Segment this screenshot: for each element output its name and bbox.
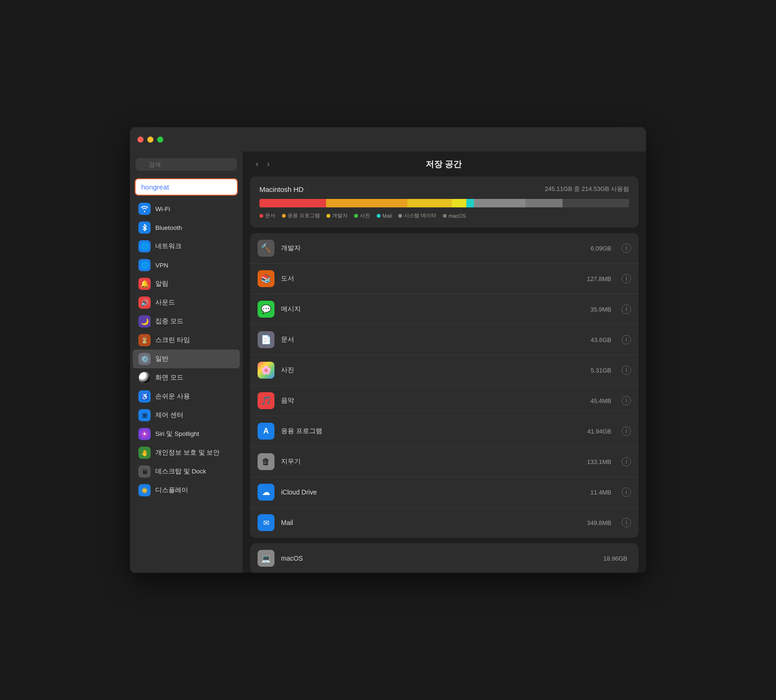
sidebar-item-wifi[interactable]: Wi-Fi — [133, 199, 240, 218]
sidebar-item-notification[interactable]: 🔔 알림 — [133, 274, 240, 293]
mail-info-button[interactable]: i — [622, 518, 631, 527]
sidebar-item-accessibility[interactable]: ♿ 손쉬운 사용 — [133, 387, 240, 406]
table-row: 🔨 개발자 6.09GB i — [250, 233, 639, 264]
wifi-icon — [138, 203, 151, 215]
sidebar-item-bluetooth[interactable]: Bluetooth — [133, 218, 240, 237]
books-icon: 📚 — [258, 270, 274, 287]
messages-name: 메시지 — [281, 305, 584, 313]
bluetooth-icon — [138, 221, 151, 234]
legend-item-doc: 문서 — [259, 212, 275, 219]
privacy-label: 개인정보 보호 및 보안 — [155, 449, 220, 457]
search-container: ⌕ — [130, 155, 243, 176]
close-button[interactable] — [137, 137, 144, 143]
legend-dot-app — [282, 214, 286, 218]
bar-macos — [525, 199, 563, 207]
macos-icon: 💻 — [258, 550, 274, 567]
apps-info-button[interactable]: i — [622, 426, 631, 436]
page-title: 저장 공간 — [276, 159, 611, 170]
notification-label: 알림 — [155, 280, 168, 288]
sidebar-item-screentime[interactable]: ⏳ 스크린 타임 — [133, 331, 240, 350]
table-row: 💻 macOS 18.96GB — [250, 543, 639, 573]
content-area: ⌕ hongreat Wi-Fi — [130, 152, 646, 573]
control-icon: ⊞ — [138, 409, 151, 421]
icloud-icon: ☁ — [258, 484, 274, 501]
drive-name: Macintosh HD — [259, 185, 304, 193]
siri-label: Siri 및 Spotlight — [155, 430, 199, 438]
sidebar-item-display-mode[interactable]: 화면 모드 — [133, 368, 240, 387]
desktop-label: 데스크탑 및 Dock — [155, 467, 206, 476]
developer-info-button[interactable]: i — [622, 243, 631, 253]
developer-icon: 🔨 — [258, 240, 274, 257]
privacy-icon: 🤚 — [138, 447, 151, 459]
accessibility-label: 손쉬운 사용 — [155, 392, 190, 401]
sidebar-item-privacy[interactable]: 🤚 개인정보 보호 및 보안 — [133, 443, 240, 462]
icloud-info-button[interactable]: i — [622, 487, 631, 497]
developer-size: 6.09GB — [591, 245, 611, 252]
focus-icon: 🌙 — [138, 315, 151, 327]
table-row: 📄 문서 43.6GB i — [250, 325, 639, 355]
books-info-button[interactable]: i — [622, 274, 631, 283]
storage-bar — [259, 199, 629, 207]
table-row: ☁ iCloud Drive 11.4MB i — [250, 477, 639, 508]
legend-label-photo: 사진 — [360, 212, 370, 219]
sidebar-item-network[interactable]: 🌐 네트워크 — [133, 237, 240, 256]
user-profile-item[interactable]: hongreat — [135, 178, 238, 196]
sound-label: 사운드 — [155, 298, 175, 307]
sidebar-item-siri[interactable]: ✦ Siri 및 Spotlight — [133, 425, 240, 443]
music-icon: 🎵 — [258, 392, 274, 409]
accessibility-icon: ♿ — [138, 390, 151, 403]
table-row: 🗑 지우기 133.1MB i — [250, 447, 639, 477]
sidebar-item-vpn[interactable]: 🌐 VPN — [133, 256, 240, 274]
main-panel: ‹ › 저장 공간 Macintosh HD 245.11GB 중 214.53… — [243, 152, 646, 573]
macos-size: 18.96GB — [603, 555, 627, 562]
documents-icon: 📄 — [258, 331, 274, 348]
sidebar-item-desktop[interactable]: 🖥 데스크탑 및 Dock — [133, 462, 240, 481]
mail-size: 349.8MB — [587, 519, 611, 526]
forward-button[interactable]: › — [265, 158, 272, 170]
icloud-size: 11.4MB — [590, 489, 611, 496]
legend-item-photo: 사진 — [354, 212, 370, 219]
sidebar-item-sound[interactable]: 🔊 사운드 — [133, 293, 240, 312]
sidebar-item-control[interactable]: ⊞ 제어 센터 — [133, 406, 240, 425]
wifi-label: Wi-Fi — [155, 205, 170, 213]
bar-app — [326, 199, 407, 207]
books-name: 도서 — [281, 274, 580, 283]
documents-size: 43.6GB — [591, 336, 611, 343]
vpn-icon: 🌐 — [138, 259, 151, 271]
legend-dot-macos — [443, 214, 447, 218]
legend-dot-sys — [398, 214, 402, 218]
capacity-info: 245.11GB 중 214.53GB 사용됨 — [545, 185, 629, 193]
sidebar-item-general[interactable]: ⚙️ 일반 — [133, 350, 240, 368]
minimize-button[interactable] — [147, 137, 153, 143]
maximize-button[interactable] — [157, 137, 163, 143]
table-row: 📚 도서 127.8MB i — [250, 264, 639, 294]
storage-legend: 문서 응용 프로그램 개발자 사진 — [259, 212, 629, 219]
documents-info-button[interactable]: i — [622, 335, 631, 344]
trash-info-button[interactable]: i — [622, 457, 631, 466]
table-row: 💬 메시지 35.9MB i — [250, 294, 639, 325]
bar-mail — [466, 199, 474, 207]
legend-dot-doc — [259, 214, 263, 218]
search-input[interactable] — [136, 158, 237, 171]
back-button[interactable]: ‹ — [254, 158, 260, 170]
legend-label-app: 응용 프로그램 — [288, 212, 320, 219]
legend-label-dev: 개발자 — [332, 212, 348, 219]
sidebar-item-display[interactable]: ☀️ 디스플레이 — [133, 481, 240, 500]
display-label: 디스플레이 — [155, 486, 188, 495]
search-wrapper: ⌕ — [136, 158, 237, 171]
network-icon: 🌐 — [138, 240, 151, 252]
legend-item-mail: Mail — [377, 212, 392, 219]
control-label: 제어 센터 — [155, 411, 183, 419]
apps-name: 응용 프로그램 — [281, 427, 581, 435]
mail-name: Mail — [281, 519, 580, 526]
photos-info-button[interactable]: i — [622, 365, 631, 375]
legend-dot-dev — [327, 214, 330, 218]
legend-label-sys: 시스템 데이터 — [404, 212, 436, 219]
music-size: 45.4MB — [590, 397, 611, 404]
messages-info-button[interactable]: i — [622, 304, 631, 314]
sidebar-item-focus[interactable]: 🌙 집중 모드 — [133, 312, 240, 331]
trash-size: 133.1MB — [587, 458, 611, 465]
network-label: 네트워크 — [155, 242, 182, 251]
storage-items-card: 🔨 개발자 6.09GB i 📚 도서 127.8MB i 💬 — [250, 233, 639, 538]
music-info-button[interactable]: i — [622, 396, 631, 405]
